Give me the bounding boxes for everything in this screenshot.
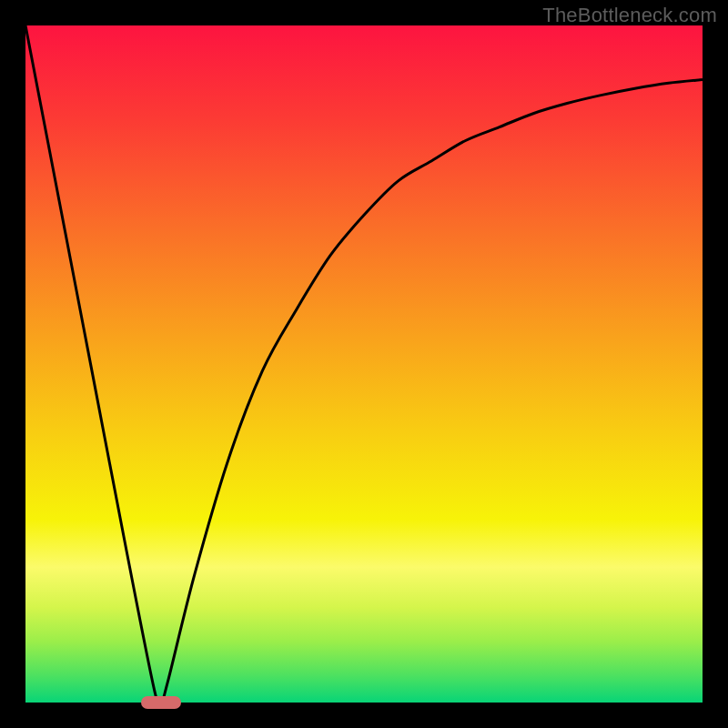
- chart-frame: TheBottleneck.com: [0, 0, 728, 728]
- gradient-background: [25, 25, 703, 703]
- plot-area: [25, 25, 703, 703]
- watermark-text: TheBottleneck.com: [542, 4, 717, 27]
- plot-svg: [25, 25, 703, 703]
- optimum-marker: [141, 696, 181, 709]
